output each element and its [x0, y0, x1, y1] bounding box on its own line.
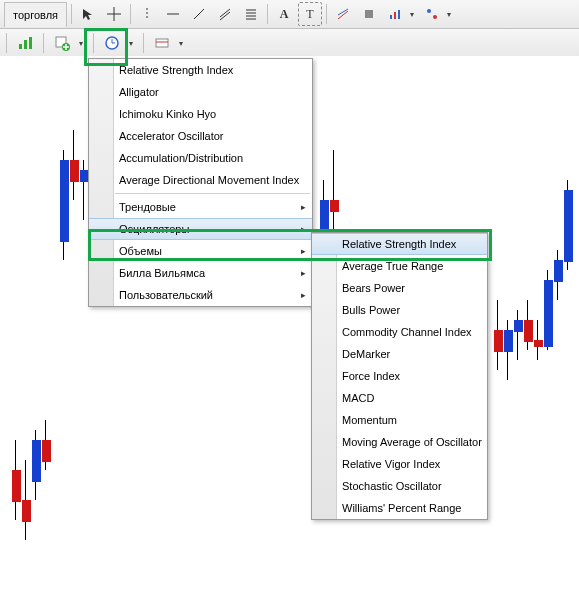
svg-line-4 — [194, 9, 204, 19]
menu-item[interactable]: Alligator — [89, 81, 312, 103]
separator — [93, 33, 94, 53]
vline-tool[interactable] — [135, 2, 159, 26]
chart-type-tool[interactable] — [383, 2, 407, 26]
svg-rect-19 — [19, 44, 22, 49]
menu-item-category[interactable]: Пользовательский▸ — [89, 284, 312, 306]
submenu-item[interactable]: Bears Power — [312, 277, 487, 299]
menu-item[interactable]: Average Directional Movement Index — [89, 169, 312, 191]
crosshair-tool[interactable] — [102, 2, 126, 26]
separator — [143, 33, 144, 53]
submenu-item[interactable]: Williams' Percent Range — [312, 497, 487, 519]
main-toolbar: торговля A T ▾ ▾ — [0, 0, 579, 29]
svg-rect-13 — [365, 10, 373, 18]
svg-rect-16 — [398, 10, 400, 19]
svg-point-17 — [427, 9, 431, 13]
bar-chart-button[interactable] — [13, 31, 37, 55]
text-a-tool[interactable]: A — [272, 2, 296, 26]
chevron-right-icon: ▸ — [301, 202, 306, 212]
submenu-item[interactable]: Commodity Channel Index — [312, 321, 487, 343]
channel-tool[interactable] — [213, 2, 237, 26]
text-t-tool[interactable]: T — [298, 2, 322, 26]
menu-item[interactable]: Relative Strength Index — [89, 59, 312, 81]
submenu-item[interactable]: Force Index — [312, 365, 487, 387]
chevron-right-icon: ▸ — [301, 268, 306, 278]
svg-rect-29 — [156, 39, 168, 47]
separator — [43, 33, 44, 53]
andrews-tool[interactable] — [331, 2, 355, 26]
svg-rect-14 — [390, 15, 392, 19]
chevron-down-icon[interactable]: ▾ — [179, 39, 187, 48]
timeframe-button[interactable] — [100, 31, 124, 55]
submenu-item[interactable]: MACD — [312, 387, 487, 409]
menu-item[interactable]: Accelerator Oscillator — [89, 125, 312, 147]
svg-rect-20 — [24, 40, 27, 49]
chevron-right-icon: ▸ — [301, 290, 306, 300]
hline-tool[interactable] — [161, 2, 185, 26]
separator — [6, 33, 7, 53]
chevron-down-icon[interactable]: ▾ — [79, 39, 87, 48]
indicator-toolbar: ▾ ▾ ▾ — [0, 29, 579, 58]
separator — [71, 4, 72, 24]
menu-separator — [115, 193, 310, 194]
submenu-item[interactable]: Relative Strength Index — [312, 233, 487, 255]
svg-rect-15 — [394, 12, 396, 19]
chevron-down-icon[interactable]: ▾ — [410, 10, 418, 19]
fibo-tool[interactable] — [239, 2, 263, 26]
chevron-down-icon[interactable]: ▾ — [129, 39, 137, 48]
shapes-tool[interactable] — [357, 2, 381, 26]
menu-item[interactable]: Accumulation/Distribution — [89, 147, 312, 169]
separator — [326, 4, 327, 24]
menu-item-category[interactable]: Объемы▸ — [89, 240, 312, 262]
oscillators-submenu: Relative Strength IndexAverage True Rang… — [311, 232, 488, 520]
tab-trading[interactable]: торговля — [4, 2, 67, 27]
menu-item-category[interactable]: Осцилляторы▸ — [89, 218, 312, 240]
add-indicator-button[interactable] — [50, 31, 74, 55]
submenu-item[interactable]: Stochastic Oscillator — [312, 475, 487, 497]
indicator-menu: Relative Strength IndexAlligatorIchimoku… — [88, 58, 313, 307]
menu-item-category[interactable]: Билла Вильямса▸ — [89, 262, 312, 284]
submenu-item[interactable]: Moving Average of Oscillator — [312, 431, 487, 453]
menu-item[interactable]: Ichimoku Kinko Hyo — [89, 103, 312, 125]
submenu-item[interactable]: DeMarker — [312, 343, 487, 365]
cursor-tool[interactable] — [76, 2, 100, 26]
submenu-item[interactable]: Relative Vigor Index — [312, 453, 487, 475]
svg-point-18 — [433, 15, 437, 19]
separator — [130, 4, 131, 24]
svg-rect-21 — [29, 37, 32, 49]
chevron-right-icon: ▸ — [301, 246, 306, 256]
chevron-right-icon: ▸ — [301, 224, 306, 234]
separator — [267, 4, 268, 24]
objects-tool[interactable] — [420, 2, 444, 26]
chevron-down-icon[interactable]: ▾ — [447, 10, 455, 19]
menu-item-category[interactable]: Трендовые▸ — [89, 196, 312, 218]
trendline-tool[interactable] — [187, 2, 211, 26]
submenu-item[interactable]: Bulls Power — [312, 299, 487, 321]
submenu-item[interactable]: Momentum — [312, 409, 487, 431]
submenu-item[interactable]: Average True Range — [312, 255, 487, 277]
templates-button[interactable] — [150, 31, 174, 55]
